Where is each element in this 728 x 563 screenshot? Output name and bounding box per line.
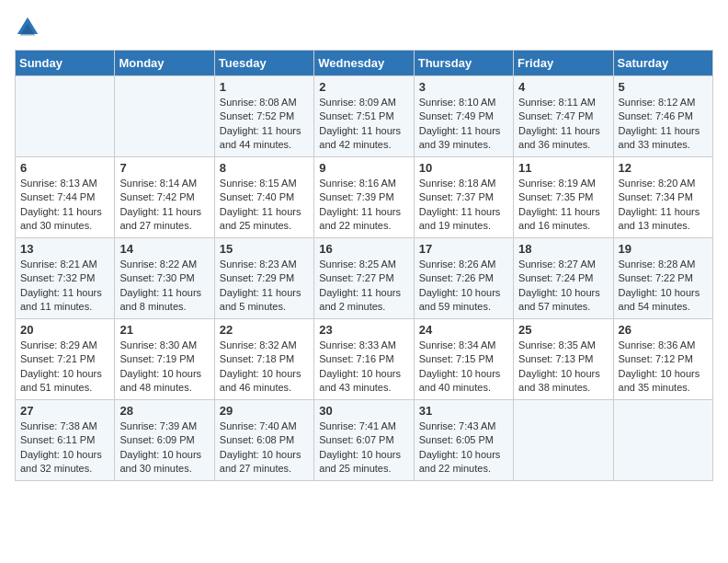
day-number: 14 xyxy=(119,242,209,256)
calendar-cell: 17Sunrise: 8:26 AM Sunset: 7:26 PM Dayli… xyxy=(414,238,513,319)
week-row-4: 20Sunrise: 8:29 AM Sunset: 7:21 PM Dayli… xyxy=(16,319,713,400)
day-info: Sunrise: 7:40 AM Sunset: 6:08 PM Dayligh… xyxy=(220,419,309,477)
day-info: Sunrise: 8:19 AM Sunset: 7:35 PM Dayligh… xyxy=(518,177,608,234)
day-number: 3 xyxy=(419,80,508,94)
week-row-5: 27Sunrise: 7:38 AM Sunset: 6:11 PM Dayli… xyxy=(16,400,713,481)
day-number: 20 xyxy=(20,323,109,337)
day-info: Sunrise: 8:10 AM Sunset: 7:49 PM Dayligh… xyxy=(419,96,508,153)
day-info: Sunrise: 8:20 AM Sunset: 7:34 PM Dayligh… xyxy=(619,177,708,234)
day-number: 9 xyxy=(319,161,408,175)
calendar-cell: 21Sunrise: 8:30 AM Sunset: 7:19 PM Dayli… xyxy=(115,319,214,400)
day-info: Sunrise: 8:21 AM Sunset: 7:32 PM Dayligh… xyxy=(20,258,109,315)
day-info: Sunrise: 7:38 AM Sunset: 6:11 PM Dayligh… xyxy=(20,419,109,477)
calendar-cell: 1Sunrise: 8:08 AM Sunset: 7:52 PM Daylig… xyxy=(214,76,313,157)
day-number: 31 xyxy=(419,404,508,418)
day-number: 23 xyxy=(319,323,408,337)
day-info: Sunrise: 8:32 AM Sunset: 7:18 PM Dayligh… xyxy=(220,339,309,396)
day-number: 22 xyxy=(220,323,309,337)
day-number: 12 xyxy=(619,161,708,175)
logo xyxy=(15,15,44,40)
calendar-cell: 12Sunrise: 8:20 AM Sunset: 7:34 PM Dayli… xyxy=(613,157,712,238)
day-number: 28 xyxy=(119,404,209,418)
day-number: 7 xyxy=(119,161,209,175)
day-number: 15 xyxy=(220,242,309,256)
header-cell-tuesday: Tuesday xyxy=(214,51,313,76)
day-info: Sunrise: 8:33 AM Sunset: 7:16 PM Dayligh… xyxy=(319,339,408,396)
day-info: Sunrise: 8:13 AM Sunset: 7:44 PM Dayligh… xyxy=(20,177,109,234)
day-info: Sunrise: 8:35 AM Sunset: 7:13 PM Dayligh… xyxy=(518,339,608,396)
calendar-cell: 22Sunrise: 8:32 AM Sunset: 7:18 PM Dayli… xyxy=(214,319,313,400)
week-row-1: 1Sunrise: 8:08 AM Sunset: 7:52 PM Daylig… xyxy=(16,76,713,157)
day-info: Sunrise: 8:27 AM Sunset: 7:24 PM Dayligh… xyxy=(518,258,608,315)
day-number: 19 xyxy=(619,242,708,256)
day-info: Sunrise: 8:23 AM Sunset: 7:29 PM Dayligh… xyxy=(220,258,309,315)
calendar-cell: 15Sunrise: 8:23 AM Sunset: 7:29 PM Dayli… xyxy=(214,238,313,319)
calendar-cell: 16Sunrise: 8:25 AM Sunset: 7:27 PM Dayli… xyxy=(314,238,414,319)
day-info: Sunrise: 8:08 AM Sunset: 7:52 PM Dayligh… xyxy=(220,96,309,153)
day-number: 11 xyxy=(518,161,608,175)
day-number: 24 xyxy=(419,323,508,337)
calendar-header: SundayMondayTuesdayWednesdayThursdayFrid… xyxy=(16,51,713,76)
day-number: 4 xyxy=(518,80,608,94)
calendar-cell: 24Sunrise: 8:34 AM Sunset: 7:15 PM Dayli… xyxy=(414,319,513,400)
calendar-cell: 20Sunrise: 8:29 AM Sunset: 7:21 PM Dayli… xyxy=(16,319,115,400)
day-number: 18 xyxy=(518,242,608,256)
calendar-cell: 27Sunrise: 7:38 AM Sunset: 6:11 PM Dayli… xyxy=(16,400,115,481)
day-info: Sunrise: 8:34 AM Sunset: 7:15 PM Dayligh… xyxy=(419,339,508,396)
day-number: 16 xyxy=(319,242,408,256)
calendar-table: SundayMondayTuesdayWednesdayThursdayFrid… xyxy=(15,50,713,481)
calendar-cell: 29Sunrise: 7:40 AM Sunset: 6:08 PM Dayli… xyxy=(214,400,313,481)
day-info: Sunrise: 8:25 AM Sunset: 7:27 PM Dayligh… xyxy=(319,258,408,315)
day-info: Sunrise: 7:43 AM Sunset: 6:05 PM Dayligh… xyxy=(419,419,508,477)
calendar-cell: 8Sunrise: 8:15 AM Sunset: 7:40 PM Daylig… xyxy=(214,157,313,238)
calendar-cell: 13Sunrise: 8:21 AM Sunset: 7:32 PM Dayli… xyxy=(16,238,115,319)
page-header xyxy=(15,15,713,40)
calendar-cell: 26Sunrise: 8:36 AM Sunset: 7:12 PM Dayli… xyxy=(613,319,712,400)
header-cell-saturday: Saturday xyxy=(613,51,712,76)
calendar-cell: 11Sunrise: 8:19 AM Sunset: 7:35 PM Dayli… xyxy=(514,157,613,238)
day-number: 8 xyxy=(220,161,309,175)
day-info: Sunrise: 7:41 AM Sunset: 6:07 PM Dayligh… xyxy=(319,419,408,477)
calendar-cell: 9Sunrise: 8:16 AM Sunset: 7:39 PM Daylig… xyxy=(314,157,414,238)
day-number: 27 xyxy=(20,404,109,418)
day-number: 25 xyxy=(518,323,608,337)
week-row-2: 6Sunrise: 8:13 AM Sunset: 7:44 PM Daylig… xyxy=(16,157,713,238)
calendar-cell xyxy=(613,400,712,481)
day-info: Sunrise: 7:39 AM Sunset: 6:09 PM Dayligh… xyxy=(119,419,209,477)
calendar-cell xyxy=(115,76,214,157)
calendar-cell: 14Sunrise: 8:22 AM Sunset: 7:30 PM Dayli… xyxy=(115,238,214,319)
calendar-cell: 19Sunrise: 8:28 AM Sunset: 7:22 PM Dayli… xyxy=(613,238,712,319)
header-cell-friday: Friday xyxy=(514,51,613,76)
day-number: 29 xyxy=(220,404,309,418)
day-info: Sunrise: 8:09 AM Sunset: 7:51 PM Dayligh… xyxy=(319,96,408,153)
day-info: Sunrise: 8:12 AM Sunset: 7:46 PM Dayligh… xyxy=(619,96,708,153)
day-info: Sunrise: 8:29 AM Sunset: 7:21 PM Dayligh… xyxy=(20,339,109,396)
calendar-body: 1Sunrise: 8:08 AM Sunset: 7:52 PM Daylig… xyxy=(16,76,713,481)
calendar-cell: 25Sunrise: 8:35 AM Sunset: 7:13 PM Dayli… xyxy=(514,319,613,400)
day-info: Sunrise: 8:36 AM Sunset: 7:12 PM Dayligh… xyxy=(619,339,708,396)
day-info: Sunrise: 8:11 AM Sunset: 7:47 PM Dayligh… xyxy=(518,96,608,153)
day-info: Sunrise: 8:18 AM Sunset: 7:37 PM Dayligh… xyxy=(419,177,508,234)
week-row-3: 13Sunrise: 8:21 AM Sunset: 7:32 PM Dayli… xyxy=(16,238,713,319)
logo-icon xyxy=(15,15,40,40)
calendar-cell: 10Sunrise: 8:18 AM Sunset: 7:37 PM Dayli… xyxy=(414,157,513,238)
day-info: Sunrise: 8:28 AM Sunset: 7:22 PM Dayligh… xyxy=(619,258,708,315)
header-row: SundayMondayTuesdayWednesdayThursdayFrid… xyxy=(16,51,713,76)
calendar-cell: 30Sunrise: 7:41 AM Sunset: 6:07 PM Dayli… xyxy=(314,400,414,481)
header-cell-sunday: Sunday xyxy=(16,51,115,76)
day-number: 1 xyxy=(220,80,309,94)
day-number: 21 xyxy=(119,323,209,337)
day-number: 13 xyxy=(20,242,109,256)
day-info: Sunrise: 8:26 AM Sunset: 7:26 PM Dayligh… xyxy=(419,258,508,315)
day-number: 17 xyxy=(419,242,508,256)
day-info: Sunrise: 8:16 AM Sunset: 7:39 PM Dayligh… xyxy=(319,177,408,234)
header-cell-wednesday: Wednesday xyxy=(314,51,414,76)
calendar-cell xyxy=(514,400,613,481)
day-info: Sunrise: 8:30 AM Sunset: 7:19 PM Dayligh… xyxy=(119,339,209,396)
day-number: 6 xyxy=(20,161,109,175)
calendar-cell: 18Sunrise: 8:27 AM Sunset: 7:24 PM Dayli… xyxy=(514,238,613,319)
calendar-cell: 23Sunrise: 8:33 AM Sunset: 7:16 PM Dayli… xyxy=(314,319,414,400)
calendar-cell: 4Sunrise: 8:11 AM Sunset: 7:47 PM Daylig… xyxy=(514,76,613,157)
calendar-cell: 2Sunrise: 8:09 AM Sunset: 7:51 PM Daylig… xyxy=(314,76,414,157)
calendar-cell: 3Sunrise: 8:10 AM Sunset: 7:49 PM Daylig… xyxy=(414,76,513,157)
